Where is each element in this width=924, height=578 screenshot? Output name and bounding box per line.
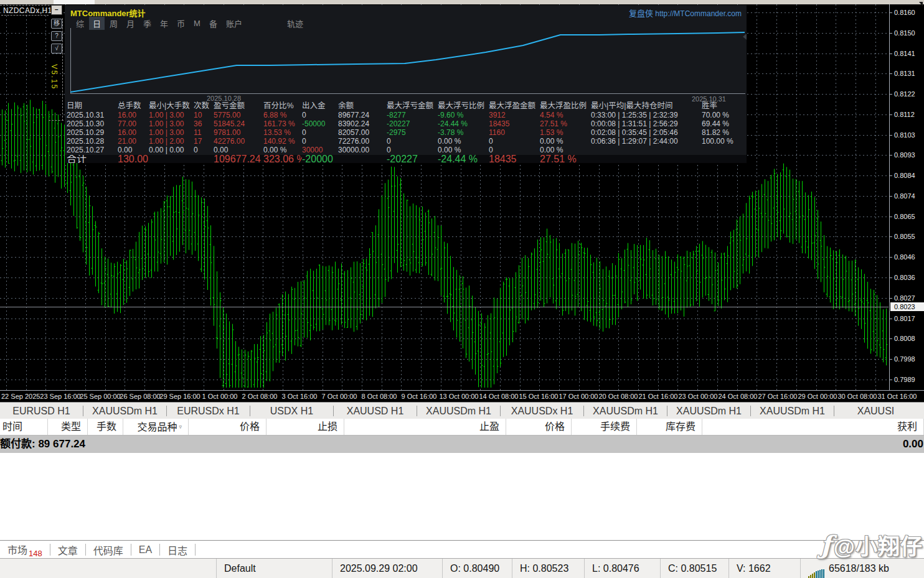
chart-tab-5[interactable]: XAUUSD H1 (334, 406, 417, 417)
stats-cell: 0:00:08 | 1:31:51 | 2:56:29 (591, 119, 702, 128)
panel-version-label: V5.15 (50, 64, 59, 90)
trade-column-header-11[interactable]: 获利 (702, 419, 924, 435)
chart-tab-7[interactable]: XAUUSDx H1 (501, 406, 583, 417)
chart-tab-4[interactable]: USDX H1 (250, 406, 333, 417)
stats-cell: -50000 (302, 119, 338, 128)
stats-cell: 0.00 % (438, 137, 489, 146)
stats-header-cell: 盈亏金额 (214, 101, 263, 111)
chart-tab-8[interactable]: XAUUSDm H1 (584, 406, 667, 417)
stats-cell: -20227 (387, 119, 438, 128)
price-tick-mark (890, 298, 892, 299)
panel-menu-item-8[interactable]: M (190, 18, 204, 29)
toolbar-notch (54, 0, 95, 4)
trade-column-header-8[interactable]: 价格 (506, 419, 572, 435)
price-tick-label: 0.8055 (894, 233, 915, 240)
account-margin-row: 额付款: 89 677.24 0.00 (0, 436, 924, 453)
chart-tab-10[interactable]: XAUUSDm H1 (751, 406, 834, 417)
date-axis[interactable]: 22 Sep 202523 Sep 16:0025 Sep 00:0026 Se… (0, 390, 924, 403)
trade-column-header-3[interactable]: 手数 (88, 419, 123, 435)
chart-symbol-label: NZDCADx,H1 (3, 6, 52, 15)
price-tick-mark (890, 94, 892, 95)
stats-cell: 36 (194, 119, 214, 128)
price-tick-mark (890, 73, 892, 74)
panel-move-button[interactable]: 移 (51, 19, 62, 29)
tab-4[interactable]: EA (131, 544, 159, 556)
stats-total-cell (338, 155, 387, 163)
chart-tab-9[interactable]: XAUUSDm H1 (667, 406, 750, 417)
price-axis[interactable]: 0.81600.81500.81410.81310.81220.81120.81… (889, 4, 924, 390)
trade-column-header-7[interactable]: 止盈 (344, 419, 506, 435)
price-tick-label: 0.7998 (894, 355, 915, 363)
panel-check-button[interactable]: √ (51, 44, 62, 54)
stats-cell: 72276.00 (338, 137, 387, 146)
stats-cell: 18435 (489, 119, 540, 128)
status-profile[interactable]: Default (216, 559, 332, 578)
trade-column-header-10[interactable]: 库存费 (637, 419, 702, 435)
price-tick-label: 0.8160 (894, 9, 915, 16)
stats-cell: 27.51 % (540, 119, 591, 128)
watermark-logo-icon: ƒ (821, 530, 831, 559)
panel-help-button[interactable]: ? (51, 31, 62, 41)
watermark-text: @小翔仔 (834, 529, 923, 561)
stats-cell: 0:02:08 | 0:35:45 | 2:05:46 (591, 128, 702, 137)
stats-cell: 30000.00 (338, 146, 387, 154)
stats-cell: 1.53 % (540, 128, 591, 137)
chart-tab-3[interactable]: EURUSDx H1 (167, 406, 250, 417)
chart-tab-2[interactable]: XAUUSDm H1 (83, 406, 166, 417)
stats-cell: -3.78 % (438, 128, 489, 137)
price-tick-label: 0.8046 (894, 253, 915, 261)
panel-brand-link[interactable]: 复盘侠 http://MTCommander.com (629, 7, 742, 19)
stats-cell: 2025.10.31 (67, 111, 118, 119)
trade-column-header-2[interactable]: 类型 (48, 419, 88, 435)
status-traffic: 65618/183 kb (800, 559, 924, 578)
stats-cell: 1160 (489, 128, 540, 137)
stats-header-row: 日期总手数最小|大手数次数盈亏金额百分比%出入金余额最大浮亏金额最大浮亏比例最大… (67, 101, 747, 111)
chart-tab-11[interactable]: XAUUSI (834, 406, 917, 417)
chart-tab-6[interactable]: XAUUSDm H1 (417, 406, 500, 417)
price-tick-label: 0.8103 (894, 131, 915, 139)
tab-5[interactable]: 日志 (160, 543, 195, 557)
price-tick-mark (890, 12, 892, 13)
stats-row: 2025.10.3077.001.00 | 3.003651845.24161.… (67, 119, 747, 128)
equity-line-end-marker (743, 34, 747, 40)
panel-titlebar[interactable]: MTCommander统计 复盘侠 http://MTCommander.com (65, 5, 747, 17)
tab-2[interactable]: 文章 (50, 543, 85, 557)
price-tick-label: 0.8084 (894, 172, 915, 179)
trade-column-header-9[interactable]: 手续费 (572, 419, 637, 435)
brand-url[interactable]: http://MTCommander.com (655, 9, 742, 18)
tab-market[interactable]: 市场148 (0, 542, 50, 558)
trade-column-header-1[interactable]: 时间 (0, 419, 48, 435)
trade-column-header-5[interactable]: 价格 (189, 419, 266, 435)
stats-total-cell: -24.44 % (438, 155, 489, 163)
tabs-scroll-arrow-icon[interactable] (919, 2, 923, 6)
price-tick-label: 0.8027 (894, 294, 915, 302)
panel-minimize-button[interactable]: − (51, 5, 62, 15)
stats-cell: 4.54 % (540, 111, 591, 119)
statistics-total-row: 合计130.00109677.24323.06 %-20000-20227-24… (65, 155, 747, 163)
price-tick-label: 0.7989 (894, 376, 915, 383)
tab-3[interactable]: 代码库 (86, 543, 131, 557)
stats-total-cell: 323.06 % (263, 155, 302, 163)
price-tick-mark (890, 319, 892, 319)
stats-cell: 0.00 % (540, 137, 591, 146)
chart-tab-1[interactable]: EURUSD H1 (0, 406, 83, 417)
price-tick-mark (890, 217, 892, 217)
stats-cell: 0 (489, 146, 540, 154)
stats-cell: 2025.10.28 (67, 137, 118, 146)
stats-header-cell: 最大浮盈金额 (489, 101, 540, 111)
stats-header-cell: 日期 (67, 101, 118, 111)
stats-cell: 0.00 (118, 146, 149, 154)
status-low: L: 0.80476 (584, 559, 660, 578)
stats-cell: 81.82 % (702, 128, 749, 137)
current-price-label: 0.8023 (890, 302, 924, 311)
panel-menu: 综日周月季年币M备账户轨迹 (72, 18, 308, 29)
price-tick-label: 0.8112 (894, 111, 915, 118)
status-bar-time: 2025.09.29 02:00 (332, 559, 442, 578)
trade-column-header-6[interactable]: 止损 (266, 419, 344, 435)
statistics-table: 日期总手数最小|大手数次数盈亏金额百分比%出入金余额最大浮亏金额最大浮亏比例最大… (67, 101, 747, 154)
stats-cell: 0 (302, 128, 338, 137)
stats-total-cell: -20000 (302, 155, 338, 163)
price-tick-mark (890, 196, 892, 197)
chart-tab-bar[interactable]: EURUSD H1XAUUSDm H1EURUSDx H1USDX H1XAUU… (0, 402, 924, 419)
trade-column-header-4[interactable]: 交易品种▿ (123, 419, 189, 435)
